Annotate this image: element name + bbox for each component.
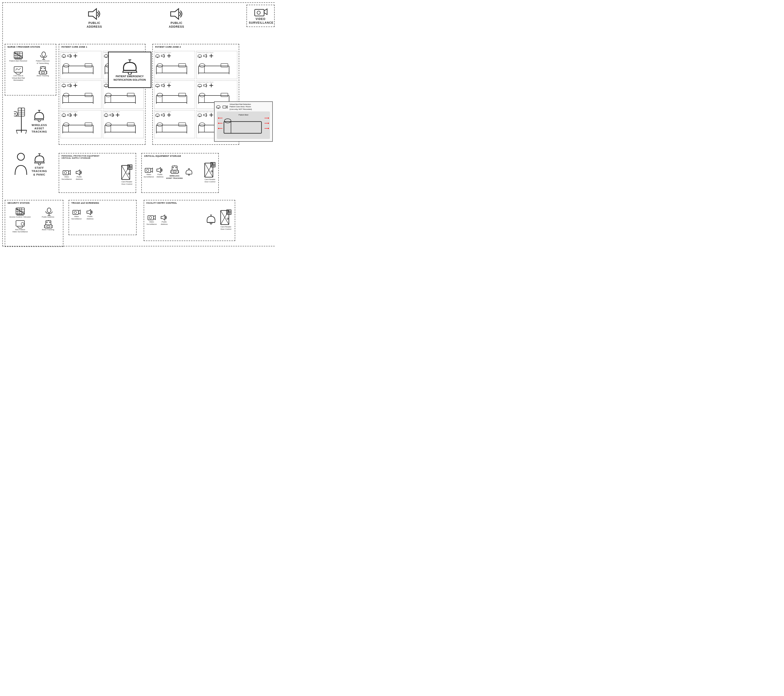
svg-marker-98 <box>68 114 71 117</box>
triage-speaker: PublicAddress <box>86 209 94 220</box>
svg-rect-249 <box>45 225 52 228</box>
svg-rect-62 <box>85 64 92 67</box>
room6-label: Patient Care Area / Room <box>104 111 143 112</box>
door-icon-entry <box>219 209 232 226</box>
svg-marker-205 <box>157 168 161 173</box>
robot-icon-sec <box>43 220 53 229</box>
sec-asset-tracking-label: Asset Tracking <box>42 229 54 231</box>
cross-room9 <box>167 83 171 87</box>
video-surveillance-box: VIDEO SURVEILLANCE <box>247 5 275 27</box>
cross-room12 <box>209 113 213 117</box>
svg-point-226 <box>211 171 212 172</box>
public-address-label-1: PUBLIC ADDRESS <box>80 21 109 29</box>
ppe-storage-label: PERSONAL PROTECTIVE EQUIPMENTCRITICAL SU… <box>61 155 100 160</box>
svg-line-18 <box>15 73 17 74</box>
svg-point-199 <box>128 173 129 174</box>
room-7: Patient Care Area / Room <box>154 51 195 79</box>
monitor-icon-sec <box>15 220 25 229</box>
ppe-camera-label: VideoSurveillance <box>61 176 72 180</box>
crit-door: Card ReaderDoor Control <box>204 162 216 183</box>
svg-marker-161 <box>161 114 164 117</box>
patient-alert-label: Patient Alert Receiver <box>9 60 28 62</box>
speaker-room3 <box>67 83 72 87</box>
staff-tracking-section: STAFFTRACKING& PANIC <box>5 144 56 185</box>
sec-public-address-label: Public Address <box>42 216 54 218</box>
bell-room2 <box>104 54 109 58</box>
door-icon-ppe <box>120 164 133 181</box>
asset-tracking-nurse-label: Asset Tracking <box>36 75 49 77</box>
crit-speaker: PublicAddress <box>156 167 164 178</box>
svg-point-187 <box>224 119 231 123</box>
svg-point-128 <box>157 64 163 67</box>
bell-vbr <box>216 105 221 109</box>
room-9: Patient Care Area / Room <box>154 81 195 109</box>
triage-camera: VideoSurveillance <box>71 209 82 220</box>
svg-rect-188 <box>63 171 69 175</box>
cross-room10 <box>209 83 213 87</box>
red-arrow-left-3: ⟵ <box>218 127 222 130</box>
entry-door: Card ReaderDoor Control <box>219 209 232 230</box>
crit-camera-label: VideoSurveillance <box>144 173 154 178</box>
bell-room9 <box>155 83 160 87</box>
svg-line-38 <box>26 130 27 134</box>
bell-icon-crit <box>185 168 193 177</box>
bell-room3 <box>61 83 66 87</box>
svg-point-168 <box>157 123 163 127</box>
speaker-room7 <box>161 54 166 58</box>
svg-rect-95 <box>127 93 134 97</box>
ppe-speaker-label: PublicAddress <box>76 176 82 180</box>
grid-slash-icon-1 <box>13 51 23 60</box>
red-arrow-right-1: ⟶ <box>264 116 269 120</box>
patient-bed-label: Patient Bed <box>219 114 268 116</box>
svg-marker-184 <box>226 106 227 108</box>
red-arrow-left-1: ⟵ <box>218 116 222 120</box>
svg-point-148 <box>157 93 163 97</box>
bed-room4 <box>104 89 137 105</box>
room10-label: Patient Care Area / Room <box>198 81 236 83</box>
bell-room8 <box>198 54 202 58</box>
red-arrow-left-2: ⟵ <box>218 121 222 125</box>
non-patient-video: Non-PatientVideo Surveillance <box>7 220 33 233</box>
asset-tracking-nurse: Asset Tracking <box>31 66 54 81</box>
speaker-room6 <box>109 113 115 117</box>
svg-rect-254 <box>47 226 50 227</box>
speaker-icon-2 <box>168 8 185 20</box>
grid-slash-icon-sec <box>15 207 25 216</box>
room3-label: Patient Care Area / Room <box>61 81 100 83</box>
svg-marker-259 <box>87 209 91 215</box>
room-3: Patient Care Area / Room <box>61 81 101 109</box>
entry-speaker-label: PublicAddress <box>161 221 168 225</box>
crit-asset: WIRELESSASSET TRACKING <box>166 165 183 179</box>
svg-rect-27 <box>40 71 46 74</box>
sec-public-address: Public Address <box>35 207 61 218</box>
staff-tracking-label: STAFFTRACKING& PANIC <box>31 166 47 176</box>
svg-point-26 <box>44 68 45 69</box>
wireless-asset-label: WIRELESSASSETTRACKING <box>31 123 47 133</box>
camera-vbr <box>222 105 228 109</box>
svg-rect-202 <box>145 168 151 173</box>
public-address-2: PUBLIC ADDRESS <box>162 8 191 29</box>
svg-point-14 <box>42 52 46 56</box>
svg-point-138 <box>199 64 205 67</box>
speaker-room5 <box>67 113 72 117</box>
bell-room11 <box>155 113 160 117</box>
monitor-icon-1 <box>13 66 23 75</box>
svg-marker-76 <box>68 84 71 87</box>
triage-camera-label: VideoSurveillance <box>71 216 82 220</box>
svg-rect-139 <box>221 64 228 67</box>
svg-rect-209 <box>171 170 178 173</box>
bed-room9 <box>155 89 188 105</box>
svg-point-207 <box>173 167 174 168</box>
cross-room1 <box>73 54 77 58</box>
svg-rect-149 <box>179 93 186 97</box>
bell-room6 <box>104 113 109 117</box>
bell-icon-large <box>33 108 46 123</box>
svg-line-19 <box>20 73 21 74</box>
speaker-room10 <box>203 83 208 87</box>
bell-room4 <box>104 83 109 87</box>
svg-marker-189 <box>69 170 71 174</box>
svg-point-25 <box>41 68 42 69</box>
video-surveillance-label: VIDEO SURVEILLANCE <box>249 17 272 25</box>
svg-line-21 <box>15 69 17 71</box>
entry-camera: VideoSurveillance <box>147 214 157 225</box>
